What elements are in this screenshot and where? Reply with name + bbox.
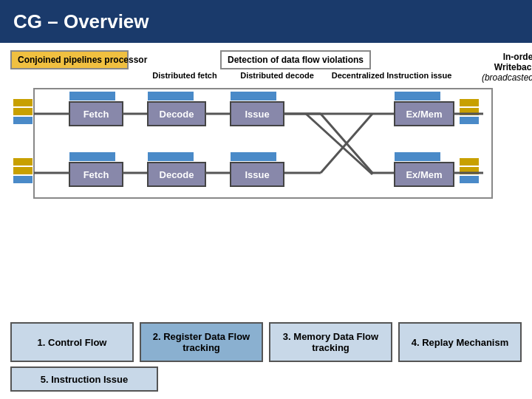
svg-text:Decode: Decode [160, 109, 194, 120]
svg-rect-12 [231, 92, 276, 100]
step3-button[interactable]: 3. Memory Data Flow tracking [269, 322, 392, 362]
svg-rect-41 [231, 152, 276, 161]
svg-rect-32 [13, 176, 33, 183]
svg-rect-29 [460, 117, 479, 124]
detection-label: Detection of data flow violations [220, 50, 371, 69]
step2-button[interactable]: 2. Register Data Flow tracking [140, 322, 263, 362]
svg-rect-27 [460, 99, 479, 106]
instruction-row: 5. Instruction Issue [10, 366, 522, 392]
svg-rect-33 [69, 152, 115, 161]
svg-rect-49 [460, 176, 479, 183]
svg-text:Fetch: Fetch [83, 169, 109, 180]
steps-row: 1. Control Flow 2. Register Data Flow tr… [10, 322, 522, 362]
svg-rect-47 [460, 158, 479, 166]
svg-rect-37 [148, 152, 194, 161]
svg-text:Fetch: Fetch [83, 109, 109, 120]
svg-text:Ex/Mem: Ex/Mem [406, 109, 442, 120]
pipeline-svg: Fetch Decode Issue [10, 86, 523, 204]
svg-rect-44 [395, 152, 440, 161]
svg-rect-31 [13, 167, 33, 174]
svg-rect-24 [395, 92, 440, 100]
svg-text:Issue: Issue [245, 169, 269, 180]
step5-button[interactable]: 5. Instruction Issue [10, 366, 158, 392]
main-content: Conjoined pipelines processor Detection … [0, 43, 532, 399]
step1-button[interactable]: 1. Control Flow [10, 322, 134, 362]
top-info-row: Conjoined pipelines processor Detection … [10, 50, 522, 83]
sub-label-dist-fetch: Distributed fetch [140, 71, 229, 80]
svg-text:Issue: Issue [245, 109, 269, 120]
svg-rect-4 [69, 92, 115, 100]
step4-button[interactable]: 4. Replay Mechanism [398, 322, 522, 362]
pipeline-diagram: Fetch Decode Issue [10, 86, 522, 318]
sub-label-decent-issue: Decentralized Instruction issue [325, 71, 458, 80]
svg-line-16 [306, 114, 372, 174]
sub-label-dist-decode: Distributed decode [229, 71, 325, 80]
svg-text:Ex/Mem: Ex/Mem [406, 169, 442, 180]
page-header: CG – Overview [0, 0, 532, 43]
svg-rect-2 [13, 108, 33, 115]
conjoined-label: Conjoined pipelines processor [10, 50, 129, 69]
svg-rect-8 [148, 92, 194, 100]
svg-rect-1 [13, 99, 33, 106]
page-title: CG – Overview [13, 10, 149, 33]
svg-rect-3 [13, 117, 33, 124]
svg-text:Decode: Decode [160, 169, 194, 180]
svg-rect-30 [13, 158, 33, 166]
in-order-writeback: In-order Writeback (broadcasted) [463, 50, 532, 83]
